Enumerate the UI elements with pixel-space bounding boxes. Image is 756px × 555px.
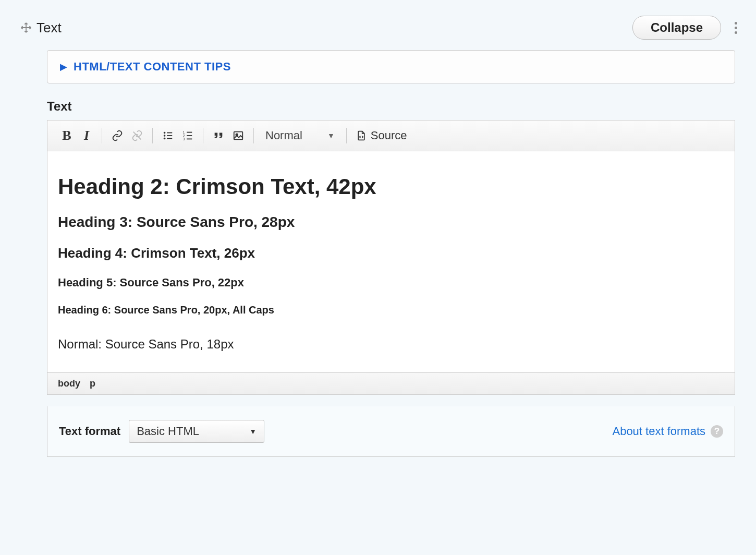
toolbar-separator <box>346 128 347 143</box>
sample-heading-2: Heading 2: Crimson Text, 42px <box>58 174 724 199</box>
blockquote-button[interactable] <box>209 126 228 146</box>
text-component-panel: Text Collapse ▶ HTML/TEXT CONTENT TIPS T… <box>0 0 756 555</box>
rich-text-editor: B I 123 <box>47 120 735 395</box>
about-text-formats-link[interactable]: About text formats ? <box>612 425 723 438</box>
content-tips-label: HTML/TEXT CONTENT TIPS <box>74 60 231 74</box>
svg-rect-10 <box>187 135 192 136</box>
elements-path-bar: body p <box>47 372 735 394</box>
unlink-button[interactable] <box>127 126 147 146</box>
svg-rect-4 <box>167 135 172 136</box>
sample-heading-5: Heading 5: Source Sans Pro, 22px <box>58 276 724 289</box>
svg-rect-3 <box>167 132 172 134</box>
about-text-formats-label: About text formats <box>612 425 705 438</box>
chevron-down-icon: ▼ <box>249 427 257 436</box>
image-button[interactable] <box>228 126 248 146</box>
help-icon: ? <box>711 425 723 438</box>
svg-rect-5 <box>167 138 172 139</box>
sample-heading-6: Heading 6: Source Sans Pro, 20px, All Ca… <box>58 304 724 316</box>
content-tips-toggle[interactable]: ▶ HTML/TEXT CONTENT TIPS <box>47 50 735 83</box>
svg-point-0 <box>164 132 166 134</box>
panel-title: Text <box>36 20 632 36</box>
svg-rect-9 <box>187 132 192 133</box>
link-button[interactable] <box>107 126 127 146</box>
chevron-down-icon: ▼ <box>327 131 335 140</box>
italic-button[interactable]: I <box>77 126 96 146</box>
text-format-select[interactable]: Basic HTML ▼ <box>129 420 264 443</box>
more-actions-icon[interactable] <box>731 18 740 38</box>
collapse-button[interactable]: Collapse <box>632 16 721 40</box>
toolbar-separator <box>253 128 254 143</box>
drag-handle-icon[interactable] <box>16 22 36 33</box>
svg-text:3: 3 <box>183 137 185 141</box>
path-item-p[interactable]: p <box>90 378 95 389</box>
paragraph-format-select[interactable]: Normal ▼ <box>259 127 341 144</box>
sample-heading-3: Heading 3: Source Sans Pro, 28px <box>58 214 724 231</box>
source-label: Source <box>371 129 407 142</box>
svg-rect-11 <box>187 139 192 140</box>
panel-header: Text Collapse <box>16 10 740 50</box>
editor-toolbar: B I 123 <box>47 120 735 151</box>
text-format-label: Text format <box>59 425 120 438</box>
format-select-value: Normal <box>265 129 302 142</box>
editor-content-area[interactable]: Heading 2: Crimson Text, 42px Heading 3:… <box>47 151 735 372</box>
bulleted-list-button[interactable] <box>158 126 178 146</box>
field-label: Text <box>47 99 735 114</box>
svg-point-2 <box>164 138 166 140</box>
bold-button[interactable]: B <box>57 126 77 146</box>
sample-heading-4: Heading 4: Crimson Text, 26px <box>58 245 724 261</box>
toolbar-separator <box>152 128 153 143</box>
text-format-row: Text format Basic HTML ▼ About text form… <box>47 406 735 457</box>
panel-body: ▶ HTML/TEXT CONTENT TIPS Text B I <box>47 50 735 457</box>
source-button[interactable]: Source <box>352 127 411 144</box>
toolbar-separator <box>102 128 102 143</box>
text-format-value: Basic HTML <box>137 425 199 438</box>
sample-normal-text: Normal: Source Sans Pro, 18px <box>58 337 724 352</box>
caret-right-icon: ▶ <box>60 61 67 73</box>
svg-point-1 <box>164 135 166 137</box>
path-item-body[interactable]: body <box>58 378 80 389</box>
numbered-list-button[interactable]: 123 <box>178 126 198 146</box>
toolbar-separator <box>203 128 203 143</box>
